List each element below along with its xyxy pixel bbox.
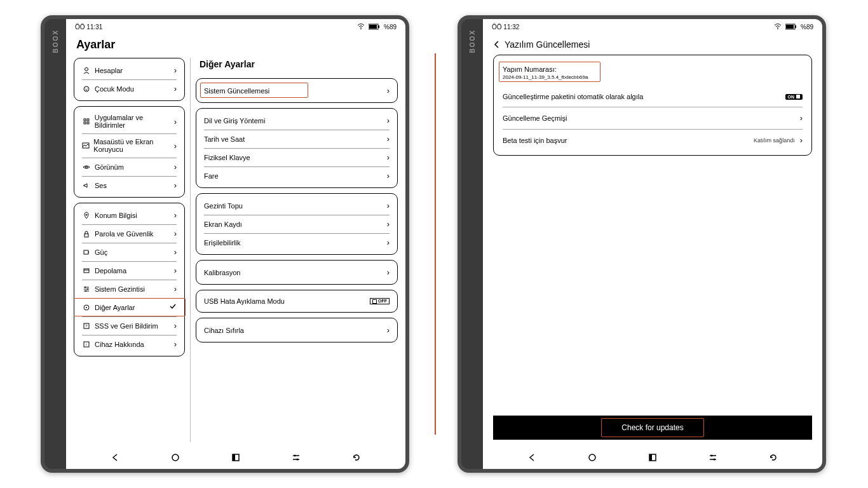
- settings-row[interactable]: Tarih ve Saat›: [196, 130, 397, 148]
- svg-rect-45: [649, 454, 652, 461]
- off-toggle: OFF: [370, 298, 390, 304]
- settings-group: Kalibrasyon›: [196, 260, 398, 285]
- chevron-right-icon: ›: [387, 325, 390, 335]
- chevron-right-icon: ›: [387, 171, 390, 180]
- eye-icon: [82, 163, 91, 172]
- build-number-row[interactable]: Yapım Numarası: 2024-09-11_11-39_3.5.4_f…: [494, 59, 811, 86]
- svg-point-4: [85, 67, 88, 71]
- svg-point-6: [85, 88, 86, 88]
- sidebar-item[interactable]: Çocuk Modu›: [74, 79, 184, 98]
- update-row[interactable]: Güncelleme Geçmişi›: [494, 107, 811, 129]
- sidebar-item[interactable]: Sistem Gezintisi›: [74, 280, 184, 298]
- update-row-label: Beta testi için başvur: [503, 137, 567, 144]
- nav-home-icon[interactable]: [587, 452, 598, 463]
- device-spine: BOOX: [44, 19, 66, 469]
- battery-percent: %89: [384, 24, 397, 30]
- faq-icon: ?: [82, 322, 91, 330]
- settings-row[interactable]: USB Hata Ayıklama ModuOFF: [196, 293, 397, 309]
- sidebar-item[interactable]: Uygulamalar ve Bildirimler›: [74, 109, 184, 133]
- svg-point-13: [86, 166, 88, 168]
- settings-group: USB Hata Ayıklama ModuOFF: [196, 290, 398, 313]
- nav-bar-right: [483, 446, 822, 469]
- svg-rect-18: [84, 269, 89, 273]
- settings-row[interactable]: Fiziksel Klavye›: [196, 148, 397, 166]
- sidebar-item[interactable]: Görünüm›: [74, 158, 184, 176]
- settings-row-label: Sistem Güncellemesi: [204, 87, 269, 95]
- sidebar-item-label: SSS ve Geri Bildirim: [95, 322, 158, 330]
- settings-row[interactable]: Sistem Güncellemesi›: [196, 81, 397, 100]
- chevron-right-icon: ›: [387, 116, 390, 125]
- nav-recent-icon[interactable]: [230, 452, 241, 463]
- nav-back-icon[interactable]: [526, 452, 538, 463]
- sidebar-item[interactable]: Konum Bilgisi›: [74, 206, 184, 224]
- settings-row[interactable]: Cihazı Sıfırla›: [196, 321, 397, 339]
- settings-row[interactable]: Erişilebilirlik›: [196, 233, 397, 252]
- sidebar-item-label: Konum Bilgisi: [95, 212, 137, 219]
- svg-point-0: [360, 29, 362, 30]
- page-header-title: Yazılım Güncellemesi: [505, 39, 590, 50]
- svg-point-5: [84, 86, 89, 92]
- settings-row[interactable]: Kalibrasyon›: [196, 263, 397, 281]
- nav-recent-icon[interactable]: [647, 452, 658, 463]
- nav-refresh-icon[interactable]: [351, 452, 362, 463]
- chevron-right-icon: ›: [387, 238, 390, 247]
- sidebar-item[interactable]: Depolama›: [74, 261, 184, 280]
- svg-rect-3: [369, 25, 377, 29]
- settings-row[interactable]: Fare›: [196, 166, 397, 185]
- update-card: Yapım Numarası: 2024-09-11_11-39_3.5.4_f…: [493, 55, 812, 156]
- svg-point-39: [777, 29, 778, 30]
- row-note: Katılım sağlandı: [754, 137, 795, 144]
- brand-label: BOOX: [52, 29, 59, 53]
- info-icon: i: [82, 340, 91, 349]
- tablet-right: BOOX ÖÖ 11:32 %89 Yazılım Güncellemesi: [458, 15, 826, 473]
- nav-sliders-icon[interactable]: [290, 452, 302, 463]
- sidebar-item[interactable]: Güç›: [74, 243, 184, 261]
- on-toggle[interactable]: ON: [785, 94, 803, 100]
- svg-rect-16: [84, 250, 88, 254]
- sidebar-item[interactable]: ?SSS ve Geri Bildirim›: [74, 316, 184, 335]
- wifi-icon: [774, 24, 782, 30]
- sidebar-item[interactable]: Diğer Ayarlar: [74, 298, 184, 316]
- settings-group: Dil ve Giriş Yöntemi›Tarih ve Saat›Fizik…: [196, 108, 398, 188]
- svg-rect-34: [233, 454, 235, 461]
- settings-row-label: Gezinti Topu: [204, 202, 243, 210]
- sidebar-item-label: Çocuk Modu: [95, 85, 134, 93]
- chevron-right-icon: ›: [174, 117, 177, 126]
- build-label: Yapım Numarası:: [503, 65, 588, 73]
- settings-row-label: Ekran Kaydı: [204, 220, 242, 228]
- svg-point-49: [713, 459, 715, 461]
- nav-sliders-icon[interactable]: [707, 452, 719, 463]
- chevron-right-icon: ›: [174, 321, 177, 330]
- settings-row[interactable]: Dil ve Giriş Yöntemi›: [196, 111, 397, 130]
- settings-row[interactable]: Ekran Kaydı›: [196, 215, 397, 233]
- sidebar-item-label: Parola ve Güvenlik: [95, 230, 153, 238]
- battery-percent: %89: [801, 24, 813, 30]
- sidebar-item[interactable]: iCihaz Hakkında›: [74, 335, 184, 353]
- nav-refresh-icon[interactable]: [768, 452, 779, 463]
- svg-point-25: [85, 290, 86, 292]
- settings-row-label: Erişilebilirlik: [204, 239, 240, 247]
- sidebar-item[interactable]: Parola ve Güvenlik›: [74, 224, 184, 243]
- check-updates-button[interactable]: Check for updates: [493, 416, 812, 440]
- svg-point-7: [87, 88, 88, 88]
- sidebar-group: Konum Bilgisi›Parola ve Güvenlik›Güç›Dep…: [74, 203, 185, 356]
- sidebar-item-label: Güç: [95, 248, 107, 256]
- svg-rect-42: [786, 25, 794, 29]
- nav-home-icon[interactable]: [170, 452, 181, 463]
- back-header[interactable]: Yazılım Güncellemesi: [483, 34, 822, 55]
- user-icon: [82, 66, 91, 75]
- sidebar-item[interactable]: Ses›: [74, 176, 184, 194]
- chevron-right-icon: ›: [174, 266, 177, 275]
- chevron-right-icon: ›: [387, 152, 390, 162]
- settings-row[interactable]: Gezinti Topu›: [196, 196, 397, 215]
- svg-rect-2: [378, 25, 379, 28]
- update-row[interactable]: Beta testi için başvurKatılım sağlandı›: [494, 129, 811, 151]
- chevron-right-icon: ›: [174, 65, 177, 75]
- sidebar-item[interactable]: Masaüstü ve Ekran Koruyucu›: [74, 133, 184, 158]
- settings-row-label: Tarih ve Saat: [204, 135, 245, 143]
- nav-back-icon[interactable]: [109, 452, 121, 463]
- chevron-right-icon: ›: [174, 210, 177, 220]
- update-row[interactable]: Güncelleştirme paketini otomatik olarak …: [494, 86, 811, 107]
- chevron-right-icon: ›: [174, 84, 177, 93]
- sidebar-item[interactable]: Hesaplar›: [74, 61, 184, 79]
